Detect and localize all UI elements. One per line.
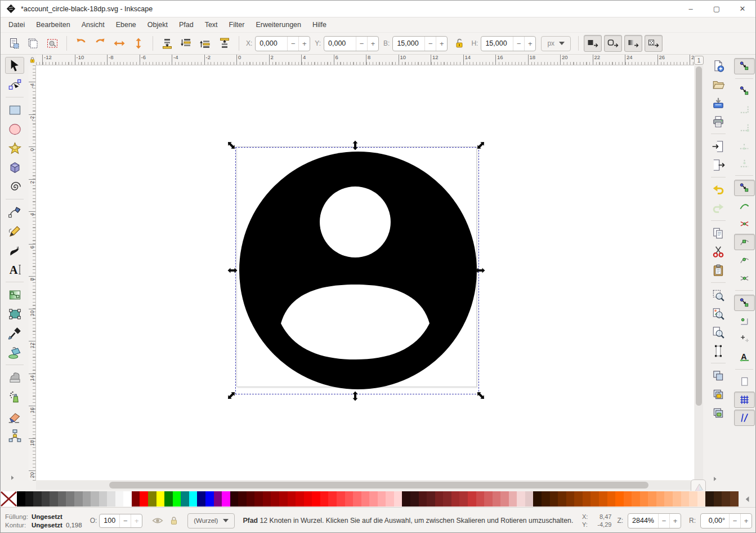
vertical-ruler[interactable]: -4-202468101214161820 [29, 65, 36, 481]
palette-swatch[interactable] [238, 491, 247, 507]
snap-bbox-corners-button[interactable] [734, 119, 755, 135]
zoom-decrement-button[interactable]: − [658, 514, 669, 528]
open-document-button[interactable] [710, 77, 727, 92]
palette-swatch[interactable] [205, 491, 214, 507]
zoom-value[interactable]: 2844% [628, 517, 658, 525]
palette-swatch[interactable] [288, 491, 296, 507]
opacity-value[interactable]: 100 [100, 517, 119, 525]
menu-item-ansicht[interactable]: Ansicht [76, 19, 110, 31]
palette-swatch[interactable] [419, 491, 427, 507]
move-patterns-toggle[interactable] [645, 35, 663, 52]
snap-midpoints-button[interactable] [734, 270, 755, 286]
layer-selector-dropdown[interactable]: (Wurzel) [187, 513, 235, 528]
palette-swatch[interactable] [714, 491, 722, 507]
palette-swatch[interactable] [583, 491, 591, 507]
palette-swatch[interactable] [615, 491, 624, 507]
menu-item-text[interactable]: Text [199, 19, 223, 31]
snap-intersections-button[interactable] [734, 216, 755, 232]
palette-swatch[interactable] [115, 491, 124, 507]
palette-swatch[interactable] [517, 491, 525, 507]
palette-swatch[interactable] [50, 491, 58, 507]
palette-swatch[interactable] [156, 491, 165, 507]
y-decrement-button[interactable]: − [356, 37, 367, 51]
palette-swatch[interactable] [664, 491, 673, 507]
palette-swatch[interactable] [632, 491, 640, 507]
toolbox-expand-arrow-icon[interactable] [8, 474, 16, 482]
fill-stroke-indicator[interactable]: Füllung: Ungesetzt Kontur: Ungesetzt 0,1… [5, 513, 82, 529]
import-button[interactable] [710, 139, 727, 154]
eraser-tool[interactable] [5, 407, 24, 424]
paste-button[interactable] [710, 263, 727, 278]
snap-text-baseline-button[interactable]: A [734, 349, 755, 365]
menu-item-bearbeiten[interactable]: Bearbeiten [30, 19, 75, 31]
zoom-page-button[interactable] [710, 325, 727, 340]
rotation-increment-button[interactable]: + [740, 514, 751, 528]
palette-swatch[interactable] [730, 491, 739, 507]
width-increment-button[interactable]: + [436, 37, 447, 51]
palette-swatch[interactable] [402, 491, 410, 507]
undo-button[interactable] [710, 182, 727, 197]
palette-swatch[interactable] [500, 491, 509, 507]
layer-lock-icon[interactable] [168, 515, 180, 526]
minimize-button[interactable]: – [678, 1, 704, 17]
snap-cusp-button[interactable] [734, 234, 755, 250]
palette-swatch[interactable] [74, 491, 83, 507]
palette-swatch[interactable] [263, 491, 271, 507]
palette-swatch[interactable] [673, 491, 681, 507]
palette-swatch[interactable] [542, 491, 550, 507]
palette-swatch[interactable] [123, 491, 132, 507]
rotation-field[interactable]: 0,00° − + [700, 513, 752, 528]
menu-item-hilfe[interactable]: Hilfe [307, 19, 332, 31]
duplicate-button[interactable] [710, 368, 727, 383]
palette-swatch[interactable] [697, 491, 706, 507]
height-decrement-button[interactable]: − [513, 37, 524, 51]
palette-swatch[interactable] [222, 491, 230, 507]
new-document-button[interactable] [710, 58, 727, 73]
layer-visibility-eye-icon[interactable] [151, 514, 164, 527]
palette-swatch[interactable] [468, 491, 476, 507]
horizontal-ruler[interactable]: -12-10-8-6-4-20246810121416182022242628 [36, 55, 694, 65]
snap-paths-button[interactable] [734, 198, 755, 214]
palette-swatch[interactable] [353, 491, 361, 507]
selection-handle-top[interactable] [350, 140, 360, 150]
mesh-gradient-tool[interactable] [5, 305, 24, 322]
x-increment-button[interactable]: + [298, 37, 310, 51]
zoom-drawing-button[interactable] [710, 306, 727, 321]
scale-stroke-toggle[interactable] [584, 35, 602, 52]
palette-swatch[interactable] [66, 491, 74, 507]
opacity-increment-button[interactable]: + [131, 514, 142, 527]
rotate-ccw-button[interactable] [72, 35, 90, 52]
snap-rotation-centers-button[interactable] [734, 331, 755, 347]
horizontal-scrollbar-thumb[interactable] [109, 482, 648, 488]
palette-swatch-none[interactable] [1, 491, 17, 507]
palette-swatch[interactable] [550, 491, 558, 507]
rectangle-tool[interactable] [5, 101, 24, 118]
palette-swatch[interactable] [451, 491, 460, 507]
palette-swatch[interactable] [197, 491, 205, 507]
palette-swatch[interactable] [361, 491, 370, 507]
palette-swatch[interactable] [328, 491, 337, 507]
opacity-field[interactable]: 100 − + [99, 514, 142, 528]
palette-swatch[interactable] [509, 491, 517, 507]
palette-swatch[interactable] [476, 491, 485, 507]
box-3d-tool[interactable] [5, 159, 24, 176]
palette-swatch[interactable] [33, 491, 42, 507]
snap-object-centers-button[interactable] [734, 313, 755, 329]
palette-swatch[interactable] [148, 491, 156, 507]
select-all-button[interactable] [5, 35, 23, 52]
palette-swatch[interactable] [17, 491, 25, 507]
export-button[interactable] [710, 157, 727, 172]
zoom-selection-button[interactable] [710, 287, 727, 303]
save-document-button[interactable] [710, 95, 727, 110]
snap-master-button[interactable] [734, 58, 755, 74]
palette-swatch[interactable] [410, 491, 419, 507]
palette-swatch[interactable] [25, 491, 34, 507]
unlink-clone-button[interactable] [710, 405, 727, 420]
vertical-scrollbar-thumb[interactable] [696, 66, 702, 406]
scale-corners-toggle[interactable] [604, 35, 622, 52]
close-button[interactable]: ✕ [730, 1, 755, 17]
palette-swatch[interactable] [533, 491, 542, 507]
palette-swatch[interactable] [705, 491, 714, 507]
selection-handle-right[interactable] [475, 265, 485, 276]
rotation-value[interactable]: 0,00° [701, 517, 729, 525]
